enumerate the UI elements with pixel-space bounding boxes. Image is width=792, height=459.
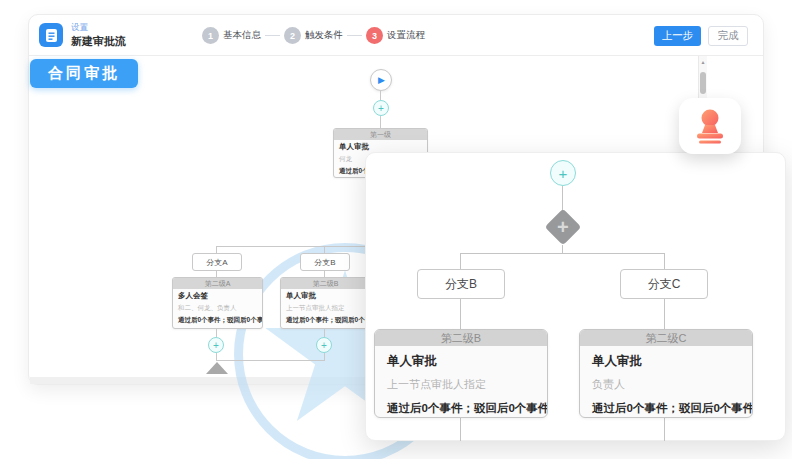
previous-step-button[interactable]: 上一步 [654, 26, 701, 46]
node-title: 第二级A [173, 278, 262, 289]
step-basic-info[interactable]: 1 基本信息 [202, 27, 261, 44]
step-trigger-condition[interactable]: 2 触发条件 [284, 27, 343, 44]
connector-line [664, 253, 665, 269]
assignee: 上一节点审批人指定 [286, 303, 365, 312]
flow-title-tag: 合同审批 [30, 59, 138, 88]
plus-icon: + [378, 103, 384, 114]
plus-icon: + [213, 340, 219, 351]
branch-split-line [460, 253, 665, 254]
step-label-1: 基本信息 [223, 29, 261, 42]
node-title: 第二级C [580, 330, 752, 346]
step-number-3: 3 [366, 27, 383, 44]
start-node[interactable]: ▶ [370, 69, 392, 91]
connector-line [562, 186, 563, 211]
step-set-process[interactable]: 3 设置流程 [366, 27, 425, 44]
connector-line [664, 299, 665, 329]
connector-line [460, 299, 461, 329]
step-label-3: 设置流程 [387, 29, 425, 42]
connector-line [380, 91, 381, 100]
play-icon: ▶ [378, 75, 385, 85]
plus-icon: + [557, 218, 569, 236]
assignee: 和二、何龙、负责人 [178, 303, 257, 312]
done-button[interactable]: 完成 [708, 26, 748, 46]
step-number-2: 2 [284, 27, 301, 44]
assignee: 负责人 [592, 378, 740, 391]
step-connector [347, 35, 362, 36]
approval-type: 单人审批 [286, 291, 365, 301]
approval-type: 单人审批 [387, 354, 535, 369]
node-level2b-detail[interactable]: 第二级B 单人审批 上一节点审批人指定 通过后0个事件；驳回后0个事件 [374, 329, 548, 418]
connector-line [324, 353, 325, 360]
document-icon [39, 23, 63, 47]
node-body: 单人审批 上一节点审批人指定 通过后0个事件；驳回后0个事件 [375, 346, 547, 415]
branch-b-box[interactable]: 分支B [300, 253, 350, 271]
zoom-detail-panel: + + 分支B 分支C 第二级B 单人审批 上一节点审批人指定 通过后0个事件；… [365, 152, 786, 441]
scrollbar-thumb[interactable] [700, 72, 706, 94]
step-label-2: 触发条件 [305, 29, 343, 42]
step-number-1: 1 [202, 27, 219, 44]
branch-c-box[interactable]: 分支C [620, 269, 708, 299]
merge-node-icon[interactable] [206, 362, 228, 374]
branch-a-box[interactable]: 分支A [192, 253, 242, 271]
plus-icon: + [321, 340, 327, 351]
step-indicator: 1 基本信息 2 触发条件 3 设置流程 [202, 15, 425, 56]
topbar: 设置 新建审批流 1 基本信息 2 触发条件 3 设置流程 上一步 [29, 15, 763, 56]
node-level2a[interactable]: 第二级A 多人会签 和二、何龙、负责人 通过后0个事件；驳回后0个事件 [172, 277, 263, 329]
node-level2b[interactable]: 第二级B 单人审批 上一节点审批人指定 通过后0个事件；驳回后0个事件 [280, 277, 371, 329]
plus-icon: + [559, 165, 568, 182]
add-node-button[interactable]: + [373, 100, 389, 116]
events: 通过后0个事件；驳回后0个事件 [592, 401, 740, 415]
node-title: 第二级B [281, 278, 370, 289]
connector-line [324, 329, 325, 337]
node-body: 多人会签 和二、何龙、负责人 通过后0个事件；驳回后0个事件 [173, 289, 262, 327]
connector-line [460, 253, 461, 269]
add-node-button[interactable]: + [550, 160, 576, 186]
node-body: 单人审批 上一节点审批人指定 通过后0个事件；驳回后0个事件 [281, 289, 370, 327]
stamp-icon [692, 108, 728, 144]
app-category: 设置 [71, 23, 126, 32]
assignee: 上一节点审批人指定 [387, 378, 535, 391]
merge-line [216, 360, 325, 361]
connector-line [216, 329, 217, 337]
gateway-diamond-node[interactable]: + [545, 209, 582, 246]
node-title: 第二级B [375, 330, 547, 346]
connector-line [460, 418, 461, 441]
approval-type: 单人审批 [339, 142, 422, 152]
connector-line [216, 353, 217, 360]
stamp-badge-card [679, 98, 741, 154]
node-body: 单人审批 负责人 通过后0个事件；驳回后0个事件 [580, 346, 752, 415]
step-connector [265, 35, 280, 36]
app-title-block: 设置 新建审批流 [71, 23, 126, 46]
branch-b-box[interactable]: 分支B [417, 269, 505, 299]
add-node-button[interactable]: + [316, 337, 332, 353]
node-level2c-detail[interactable]: 第二级C 单人审批 负责人 通过后0个事件；驳回后0个事件 [579, 329, 753, 418]
events: 通过后0个事件；驳回后0个事件 [286, 315, 365, 324]
node-title: 第一级 [334, 129, 427, 140]
scroll-up-icon[interactable]: ▲ [699, 59, 707, 65]
page-title: 新建审批流 [71, 35, 126, 47]
approval-type: 多人会签 [178, 291, 257, 301]
branch-split-line [216, 246, 381, 247]
connector-line [664, 418, 665, 441]
page: 设置 新建审批流 1 基本信息 2 触发条件 3 设置流程 上一步 [0, 0, 792, 459]
add-node-button[interactable]: + [208, 337, 224, 353]
events: 通过后0个事件；驳回后0个事件 [178, 315, 257, 324]
connector-line [380, 116, 381, 128]
approval-type: 单人审批 [592, 354, 740, 369]
events: 通过后0个事件；驳回后0个事件 [387, 401, 535, 415]
